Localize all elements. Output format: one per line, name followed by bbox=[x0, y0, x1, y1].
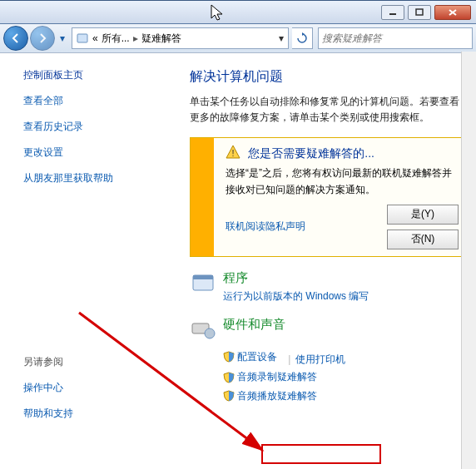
shield-icon bbox=[223, 390, 235, 402]
yes-button[interactable]: 是(Y) bbox=[387, 205, 459, 225]
history-dropdown[interactable]: ▾ bbox=[57, 30, 68, 47]
category-programs: 程序 运行为以前版本的 Windows 编写 bbox=[190, 270, 473, 304]
svg-point-9 bbox=[205, 328, 215, 338]
address-dropdown[interactable]: ▾ bbox=[275, 32, 288, 44]
info-title: 您是否需要疑难解答的... bbox=[248, 146, 374, 161]
navbar: ▾ « 所有... ▸ 疑难解答 ▾ 搜索疑难解答 bbox=[0, 24, 476, 53]
svg-rect-1 bbox=[416, 9, 423, 15]
page-description: 单击某个任务以自动排除和修复常见的计算机问题。若要查看更多的故障修复方案，请单击… bbox=[190, 94, 464, 126]
warning-icon: ! bbox=[226, 145, 240, 162]
address-bar[interactable]: « 所有... ▸ 疑难解答 ▾ bbox=[72, 27, 289, 49]
search-placeholder: 搜索疑难解答 bbox=[322, 32, 382, 46]
location-icon bbox=[74, 30, 91, 47]
link-label: 配置设备 bbox=[237, 350, 277, 364]
chevron-right-icon: ▸ bbox=[133, 32, 138, 44]
refresh-button[interactable] bbox=[292, 27, 313, 49]
audio-recording-link[interactable]: 音频录制疑难解答 bbox=[223, 370, 317, 384]
maximize-button[interactable] bbox=[408, 5, 431, 20]
titlebar bbox=[0, 1, 476, 24]
info-text: 选择“是”之后，您将有权访问最新的联机疑难解答并接收对已知问题的解决方案通知。 bbox=[226, 165, 459, 197]
svg-rect-4 bbox=[77, 34, 87, 42]
sidebar-heading: 控制面板主页 bbox=[23, 68, 176, 82]
sidebar-link-help[interactable]: 帮助和支持 bbox=[23, 407, 176, 421]
sidebar-link-view-all[interactable]: 查看全部 bbox=[23, 94, 176, 108]
use-printer-link[interactable]: 使用打印机 bbox=[295, 353, 345, 367]
sidebar-see-also-heading: 另请参阅 bbox=[23, 355, 176, 369]
scrollbar[interactable] bbox=[461, 52, 476, 469]
no-button[interactable]: 否(N) bbox=[387, 230, 459, 249]
info-box: ! 您是否需要疑难解答的... 选择“是”之后，您将有权访问最新的联机疑难解答并… bbox=[190, 137, 468, 256]
sidebar-link-history[interactable]: 查看历史记录 bbox=[23, 120, 176, 134]
category-title-hardware[interactable]: 硬件和声音 bbox=[223, 317, 285, 333]
close-button[interactable] bbox=[434, 5, 471, 20]
breadcrumb-item[interactable]: 疑难解答 bbox=[141, 32, 181, 46]
sidebar: 控制面板主页 查看全部 查看历史记录 更改设置 从朋友那里获取帮助 另请参阅 操… bbox=[0, 53, 183, 469]
svg-text:!: ! bbox=[231, 148, 234, 158]
audio-playback-link[interactable]: 音频播放疑难解答 bbox=[223, 389, 317, 403]
back-button[interactable] bbox=[3, 26, 28, 51]
shield-icon bbox=[223, 351, 235, 363]
forward-button[interactable] bbox=[30, 26, 55, 51]
category-hardware: 硬件和声音 bbox=[190, 317, 473, 343]
category-title-programs[interactable]: 程序 bbox=[223, 270, 369, 286]
hardware-links: 配置设备 | 使用打印机 音频录制疑难解答 音频播放疑难解答 bbox=[223, 347, 473, 405]
page-title: 解决计算机问题 bbox=[190, 68, 473, 86]
privacy-link[interactable]: 联机阅读隐私声明 bbox=[226, 220, 305, 234]
breadcrumb-root[interactable]: « bbox=[92, 32, 98, 44]
info-accent-bar bbox=[191, 138, 214, 255]
link-label: 音频录制疑难解答 bbox=[237, 370, 317, 384]
link-label: 音频播放疑难解答 bbox=[237, 389, 317, 403]
configure-device-link[interactable]: 配置设备 bbox=[223, 350, 277, 364]
minimize-button[interactable] bbox=[381, 5, 404, 20]
sidebar-link-action-center[interactable]: 操作中心 bbox=[23, 381, 176, 395]
main-panel: 解决计算机问题 单击某个任务以自动排除和修复常见的计算机问题。若要查看更多的故障… bbox=[183, 53, 476, 469]
program-compat-link[interactable]: 运行为以前版本的 Windows 编写 bbox=[223, 289, 369, 304]
hardware-icon bbox=[190, 317, 216, 343]
breadcrumb[interactable]: « 所有... ▸ 疑难解答 bbox=[92, 32, 275, 46]
shield-icon bbox=[223, 372, 235, 383]
divider: | bbox=[288, 353, 290, 365]
sidebar-link-friends[interactable]: 从朋友那里获取帮助 bbox=[23, 171, 176, 185]
svg-rect-7 bbox=[193, 275, 213, 279]
sidebar-link-settings[interactable]: 更改设置 bbox=[23, 146, 176, 160]
search-input[interactable]: 搜索疑难解答 bbox=[318, 27, 473, 49]
breadcrumb-item[interactable]: 所有... bbox=[102, 32, 130, 46]
programs-icon bbox=[190, 270, 216, 297]
